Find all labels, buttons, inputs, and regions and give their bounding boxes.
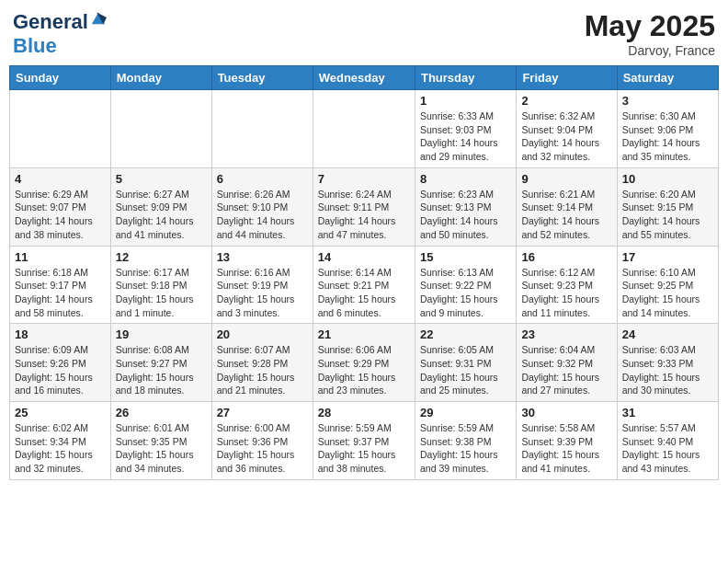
- day-number: 19: [116, 327, 207, 341]
- day-number: 25: [15, 406, 106, 419]
- day-number: 3: [622, 94, 713, 108]
- col-header-wednesday: Wednesday: [313, 66, 415, 90]
- day-info: Sunrise: 6:12 AM Sunset: 9:23 PM Dayligh…: [521, 266, 611, 320]
- day-info: Sunrise: 6:17 AM Sunset: 9:18 PM Dayligh…: [116, 266, 207, 320]
- day-info: Sunrise: 6:16 AM Sunset: 9:19 PM Dayligh…: [217, 266, 308, 320]
- calendar-header-row: SundayMondayTuesdayWednesdayThursdayFrid…: [10, 66, 719, 90]
- day-info: Sunrise: 6:24 AM Sunset: 9:11 PM Dayligh…: [318, 188, 410, 242]
- day-number: 14: [318, 250, 410, 264]
- calendar-cell: 19Sunrise: 6:08 AM Sunset: 9:27 PM Dayli…: [110, 324, 211, 402]
- calendar-cell: 16Sunrise: 6:12 AM Sunset: 9:23 PM Dayli…: [517, 246, 617, 324]
- day-number: 10: [622, 172, 713, 186]
- calendar-cell: [110, 90, 211, 168]
- day-number: 4: [15, 172, 106, 186]
- day-number: 1: [420, 94, 511, 108]
- calendar-week-5: 25Sunrise: 6:02 AM Sunset: 9:34 PM Dayli…: [10, 402, 719, 480]
- calendar-cell: 23Sunrise: 6:04 AM Sunset: 9:32 PM Dayli…: [517, 324, 617, 402]
- calendar-cell: 12Sunrise: 6:17 AM Sunset: 9:18 PM Dayli…: [110, 246, 211, 324]
- day-info: Sunrise: 6:10 AM Sunset: 9:25 PM Dayligh…: [622, 266, 713, 320]
- day-number: 8: [420, 172, 511, 186]
- logo-text: General: [13, 11, 88, 33]
- logo-blue: Blue: [13, 35, 107, 57]
- calendar-cell: 7Sunrise: 6:24 AM Sunset: 9:11 PM Daylig…: [313, 167, 415, 246]
- day-info: Sunrise: 6:27 AM Sunset: 9:09 PM Dayligh…: [116, 188, 207, 242]
- logo: General Blue: [13, 9, 107, 57]
- calendar-cell: 8Sunrise: 6:23 AM Sunset: 9:13 PM Daylig…: [415, 167, 516, 246]
- title-block: May 2025 Darvoy, France: [585, 9, 715, 58]
- day-info: Sunrise: 6:06 AM Sunset: 9:29 PM Dayligh…: [318, 343, 410, 397]
- calendar-week-2: 4Sunrise: 6:29 AM Sunset: 9:07 PM Daylig…: [10, 167, 719, 246]
- day-info: Sunrise: 6:20 AM Sunset: 9:15 PM Dayligh…: [622, 188, 713, 242]
- day-info: Sunrise: 6:00 AM Sunset: 9:36 PM Dayligh…: [217, 421, 308, 476]
- calendar-cell: 1Sunrise: 6:33 AM Sunset: 9:03 PM Daylig…: [415, 90, 516, 168]
- calendar-cell: 9Sunrise: 6:21 AM Sunset: 9:14 PM Daylig…: [517, 167, 617, 246]
- col-header-tuesday: Tuesday: [211, 66, 313, 90]
- day-number: 18: [15, 327, 106, 341]
- day-info: Sunrise: 6:09 AM Sunset: 9:26 PM Dayligh…: [15, 343, 106, 397]
- calendar-cell: 25Sunrise: 6:02 AM Sunset: 9:34 PM Dayli…: [10, 402, 111, 480]
- day-info: Sunrise: 6:13 AM Sunset: 9:22 PM Dayligh…: [420, 266, 511, 320]
- calendar-cell: 4Sunrise: 6:29 AM Sunset: 9:07 PM Daylig…: [10, 167, 111, 246]
- day-number: 11: [15, 250, 106, 264]
- day-number: 30: [521, 406, 611, 419]
- day-info: Sunrise: 5:57 AM Sunset: 9:40 PM Dayligh…: [622, 421, 713, 476]
- day-number: 7: [318, 172, 410, 186]
- day-number: 5: [116, 172, 207, 186]
- day-info: Sunrise: 5:59 AM Sunset: 9:38 PM Dayligh…: [420, 421, 511, 476]
- calendar-week-3: 11Sunrise: 6:18 AM Sunset: 9:17 PM Dayli…: [10, 246, 719, 324]
- day-info: Sunrise: 5:59 AM Sunset: 9:37 PM Dayligh…: [318, 421, 410, 476]
- calendar-cell: 13Sunrise: 6:16 AM Sunset: 9:19 PM Dayli…: [211, 246, 313, 324]
- calendar-cell: 29Sunrise: 5:59 AM Sunset: 9:38 PM Dayli…: [415, 402, 516, 480]
- calendar-cell: [10, 90, 111, 168]
- col-header-thursday: Thursday: [415, 66, 516, 90]
- calendar-cell: 26Sunrise: 6:01 AM Sunset: 9:35 PM Dayli…: [110, 402, 211, 480]
- day-info: Sunrise: 6:07 AM Sunset: 9:28 PM Dayligh…: [217, 343, 308, 397]
- day-info: Sunrise: 6:01 AM Sunset: 9:35 PM Dayligh…: [116, 421, 207, 476]
- day-number: 20: [217, 327, 308, 341]
- day-number: 24: [622, 327, 713, 341]
- day-info: Sunrise: 6:14 AM Sunset: 9:21 PM Dayligh…: [318, 266, 410, 320]
- calendar-cell: 6Sunrise: 6:26 AM Sunset: 9:10 PM Daylig…: [211, 167, 313, 246]
- day-info: Sunrise: 6:02 AM Sunset: 9:34 PM Dayligh…: [15, 421, 106, 476]
- calendar-cell: 3Sunrise: 6:30 AM Sunset: 9:06 PM Daylig…: [617, 90, 718, 168]
- col-header-friday: Friday: [517, 66, 617, 90]
- day-number: 29: [420, 406, 511, 419]
- calendar-cell: 21Sunrise: 6:06 AM Sunset: 9:29 PM Dayli…: [313, 324, 415, 402]
- col-header-monday: Monday: [110, 66, 211, 90]
- day-number: 26: [116, 406, 207, 419]
- day-number: 28: [318, 406, 410, 419]
- calendar-cell: 14Sunrise: 6:14 AM Sunset: 9:21 PM Dayli…: [313, 246, 415, 324]
- day-info: Sunrise: 6:21 AM Sunset: 9:14 PM Dayligh…: [521, 188, 611, 242]
- day-info: Sunrise: 6:04 AM Sunset: 9:32 PM Dayligh…: [521, 343, 611, 397]
- day-info: Sunrise: 5:58 AM Sunset: 9:39 PM Dayligh…: [521, 421, 611, 476]
- calendar-cell: 2Sunrise: 6:32 AM Sunset: 9:04 PM Daylig…: [517, 90, 617, 168]
- page-header: General Blue May 2025 Darvoy, France: [9, 9, 719, 58]
- calendar-cell: 17Sunrise: 6:10 AM Sunset: 9:25 PM Dayli…: [617, 246, 718, 324]
- calendar-cell: 11Sunrise: 6:18 AM Sunset: 9:17 PM Dayli…: [10, 246, 111, 324]
- calendar-cell: 22Sunrise: 6:05 AM Sunset: 9:31 PM Dayli…: [415, 324, 516, 402]
- calendar-cell: 15Sunrise: 6:13 AM Sunset: 9:22 PM Dayli…: [415, 246, 516, 324]
- day-info: Sunrise: 6:18 AM Sunset: 9:17 PM Dayligh…: [15, 266, 106, 320]
- calendar-cell: 27Sunrise: 6:00 AM Sunset: 9:36 PM Dayli…: [211, 402, 313, 480]
- day-info: Sunrise: 6:03 AM Sunset: 9:33 PM Dayligh…: [622, 343, 713, 397]
- day-number: 16: [521, 250, 611, 264]
- day-number: 31: [622, 406, 713, 419]
- day-info: Sunrise: 6:05 AM Sunset: 9:31 PM Dayligh…: [420, 343, 511, 397]
- calendar-cell: [313, 90, 415, 168]
- col-header-sunday: Sunday: [10, 66, 111, 90]
- calendar-week-4: 18Sunrise: 6:09 AM Sunset: 9:26 PM Dayli…: [10, 324, 719, 402]
- calendar-cell: [211, 90, 313, 168]
- calendar-week-1: 1Sunrise: 6:33 AM Sunset: 9:03 PM Daylig…: [10, 90, 719, 168]
- day-info: Sunrise: 6:30 AM Sunset: 9:06 PM Dayligh…: [622, 109, 713, 164]
- calendar-cell: 10Sunrise: 6:20 AM Sunset: 9:15 PM Dayli…: [617, 167, 718, 246]
- day-number: 12: [116, 250, 207, 264]
- day-number: 6: [217, 172, 308, 186]
- col-header-saturday: Saturday: [617, 66, 718, 90]
- day-info: Sunrise: 6:08 AM Sunset: 9:27 PM Dayligh…: [116, 343, 207, 397]
- day-number: 9: [521, 172, 611, 186]
- day-info: Sunrise: 6:26 AM Sunset: 9:10 PM Dayligh…: [217, 188, 308, 242]
- day-number: 23: [521, 327, 611, 341]
- calendar-cell: 20Sunrise: 6:07 AM Sunset: 9:28 PM Dayli…: [211, 324, 313, 402]
- day-number: 22: [420, 327, 511, 341]
- calendar-cell: 31Sunrise: 5:57 AM Sunset: 9:40 PM Dayli…: [617, 402, 718, 480]
